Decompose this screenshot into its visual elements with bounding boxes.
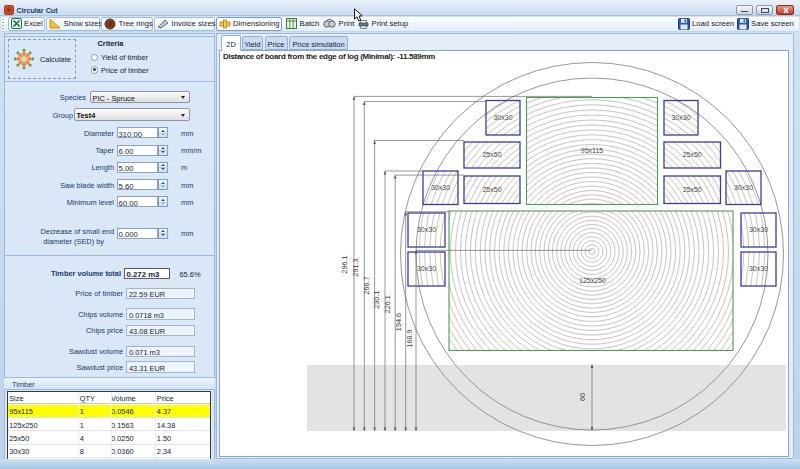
svg-text:30x30: 30x30 [671, 114, 690, 121]
svg-text:30x30: 30x30 [417, 265, 436, 272]
svg-text:168.9: 168.9 [405, 329, 414, 347]
svg-text:30x30: 30x30 [431, 184, 450, 191]
svg-text:226.1: 226.1 [383, 295, 392, 313]
svg-text:30x30: 30x30 [749, 265, 768, 272]
svg-text:230.1: 230.1 [372, 291, 381, 309]
svg-text:95x115: 95x115 [581, 147, 604, 154]
svg-text:30x30: 30x30 [493, 114, 512, 121]
svg-text:296.1: 296.1 [340, 255, 349, 273]
svg-text:25x50: 25x50 [683, 151, 702, 158]
svg-text:60: 60 [578, 393, 587, 401]
svg-text:25x50: 25x50 [482, 186, 501, 193]
svg-text:30x30: 30x30 [749, 226, 768, 233]
svg-text:125x250: 125x250 [579, 277, 606, 284]
svg-text:25x50: 25x50 [482, 151, 501, 158]
svg-text:30x30: 30x30 [734, 184, 753, 191]
svg-text:266.7: 266.7 [362, 276, 371, 294]
svg-text:30x30: 30x30 [417, 226, 436, 233]
svg-text:291.3: 291.3 [351, 258, 360, 276]
svg-text:194.6: 194.6 [394, 313, 403, 331]
svg-text:25x50: 25x50 [683, 186, 702, 193]
